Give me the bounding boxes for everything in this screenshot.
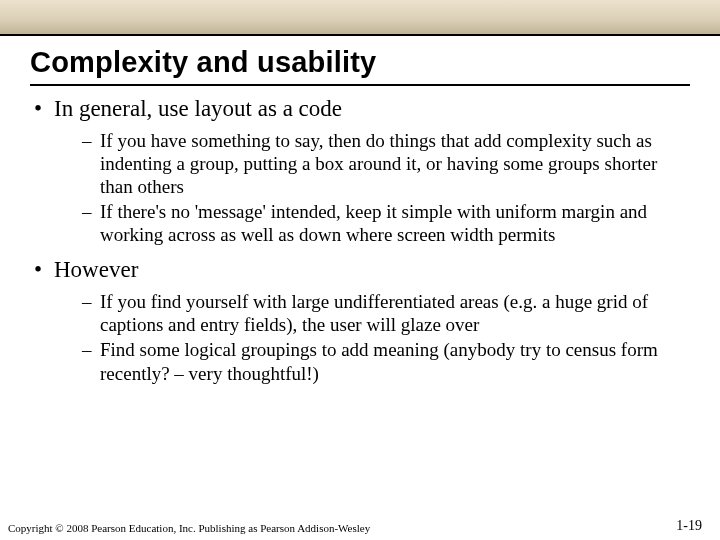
- dash-icon: –: [82, 129, 100, 199]
- bullet-level2: – If you have something to say, then do …: [82, 129, 686, 199]
- title-underline: [30, 84, 690, 86]
- sub-bullet-group: – If you find yourself with large undiff…: [82, 290, 686, 385]
- top-rule: [0, 34, 720, 36]
- bullet-level2: – Find some logical groupings to add mea…: [82, 338, 686, 384]
- dash-icon: –: [82, 200, 100, 246]
- bullet-level1: •In general, use layout as a code: [34, 95, 686, 123]
- dash-icon: –: [82, 338, 100, 384]
- bullet-level2: – If there's no 'message' intended, keep…: [82, 200, 686, 246]
- sub-bullet-text: If you have something to say, then do th…: [100, 129, 686, 199]
- bullet-level1: •However: [34, 256, 686, 284]
- bullet-text: However: [54, 257, 138, 282]
- bullet-dot-icon: •: [34, 95, 54, 123]
- bullet-text: In general, use layout as a code: [54, 96, 342, 121]
- sub-bullet-text: Find some logical groupings to add meani…: [100, 338, 686, 384]
- slide-title: Complexity and usability: [30, 46, 376, 79]
- footer-copyright: Copyright © 2008 Pearson Education, Inc.…: [8, 522, 370, 534]
- sub-bullet-text: If there's no 'message' intended, keep i…: [100, 200, 686, 246]
- footer-page-number: 1-19: [676, 518, 702, 534]
- dash-icon: –: [82, 290, 100, 336]
- bullet-level2: – If you find yourself with large undiff…: [82, 290, 686, 336]
- sub-bullet-group: – If you have something to say, then do …: [82, 129, 686, 247]
- sub-bullet-text: If you find yourself with large undiffer…: [100, 290, 686, 336]
- slide: Complexity and usability •In general, us…: [0, 0, 720, 540]
- bullet-dot-icon: •: [34, 256, 54, 284]
- top-decorative-band: [0, 0, 720, 34]
- slide-body: •In general, use layout as a code – If y…: [34, 95, 686, 395]
